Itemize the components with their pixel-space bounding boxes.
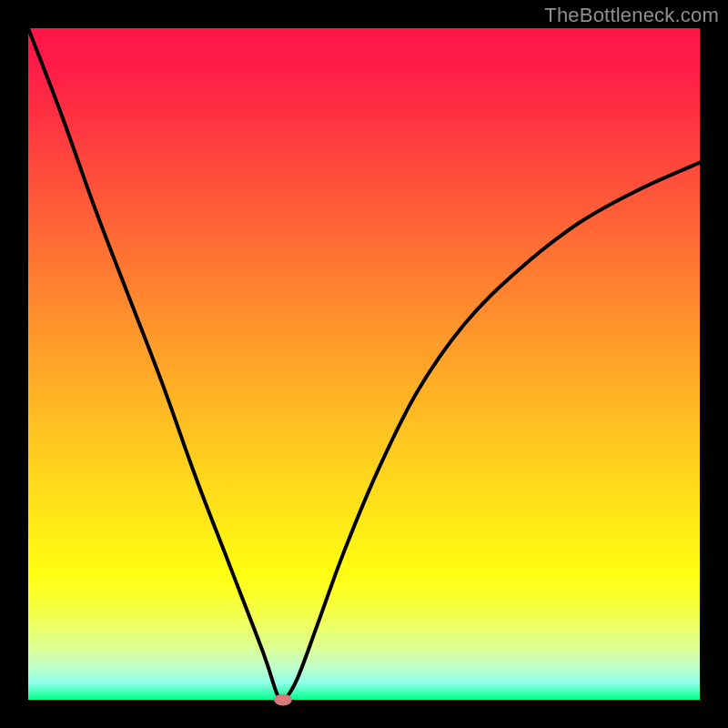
chart-frame: TheBottleneck.com: [0, 0, 728, 728]
watermark-text: TheBottleneck.com: [544, 4, 719, 27]
plot-area: [28, 28, 700, 700]
optimal-point-marker: [274, 694, 292, 706]
bottleneck-curve: [28, 28, 700, 700]
